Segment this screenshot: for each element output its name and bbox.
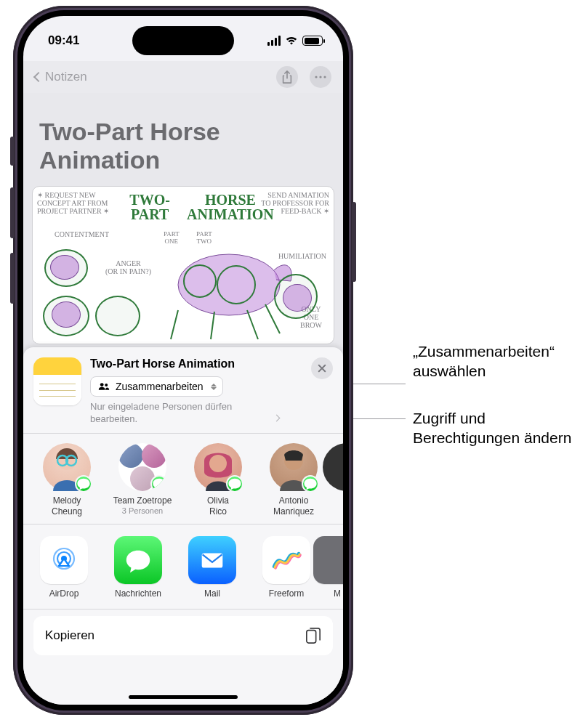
freeform-icon — [262, 536, 310, 584]
copy-action[interactable]: Kopieren — [33, 616, 333, 655]
share-contacts-row[interactable]: Melody Cheung Team Zoetrope 3 Perso — [23, 433, 343, 524]
back-label: Notizen — [45, 70, 87, 84]
avatar — [118, 443, 166, 491]
svg-point-3 — [178, 254, 280, 315]
close-share-sheet-button[interactable] — [311, 357, 333, 379]
dynamic-island — [132, 26, 234, 55]
sketch-label: ANGER (OR IN PAIN?) — [105, 259, 151, 275]
battery-icon — [302, 36, 323, 46]
wifi-icon — [285, 36, 298, 46]
messages-icon — [114, 536, 162, 584]
app-label: AirDrop — [49, 588, 79, 599]
share-apps-row[interactable]: AirDrop Nachrichten Mail — [23, 524, 343, 609]
app-item[interactable]: M — [330, 536, 343, 599]
sketch-label: ✶ REQUEST NEW CONCEPT ART FROM PROJECT P… — [37, 191, 124, 215]
svg-point-2 — [323, 76, 326, 78]
home-indicator[interactable] — [129, 695, 238, 699]
stepper-icon — [211, 384, 217, 390]
contact-name: Olivia Rico — [207, 495, 229, 517]
note-drawing[interactable]: TWO-PART HORSEANIMATION ✶ REQUEST NEW CO… — [32, 186, 334, 344]
contact-name: Melody Cheung — [52, 495, 82, 517]
app-label: Nachrichten — [115, 588, 161, 599]
app-item-mail[interactable]: Mail — [182, 536, 243, 599]
avatar — [43, 443, 91, 491]
contact-item[interactable]: Melody Cheung — [33, 443, 100, 517]
messages-badge-icon — [75, 475, 92, 493]
chevron-back-icon — [33, 72, 44, 82]
app-label: Mail — [204, 588, 220, 599]
notes-navbar: Notizen — [23, 61, 343, 93]
contact-subtitle: 3 Personen — [122, 506, 163, 515]
callout-select-collaborate: „Zusammenarbeiten“ auswählen — [413, 341, 580, 381]
cellular-icon — [267, 36, 281, 46]
avatar — [270, 443, 318, 491]
contact-item[interactable]: Team Zoetrope 3 Personen — [109, 443, 176, 517]
share-button[interactable] — [276, 66, 298, 88]
phone-frame: 09:41 Notizen — [13, 6, 353, 715]
app-item-messages[interactable]: Nachrichten — [108, 536, 169, 599]
share-sheet: Two-Part Horse Animation Zusammenarbeite… — [23, 347, 343, 705]
svg-point-11 — [209, 455, 227, 472]
svg-point-6 — [100, 383, 104, 386]
share-permissions-button[interactable]: Nur eingeladene Personen dürfen bearbeit… — [90, 401, 279, 426]
messages-badge-icon — [226, 475, 243, 493]
copy-icon — [305, 626, 321, 645]
contact-name: Antonio Manriquez — [273, 495, 314, 517]
contact-name: Team Zoetrope — [113, 495, 172, 506]
share-icon — [281, 70, 293, 84]
back-button[interactable]: Notizen — [35, 70, 87, 84]
svg-point-7 — [105, 384, 108, 386]
notes-app-icon — [33, 357, 81, 405]
more-button[interactable] — [310, 66, 331, 88]
svg-point-1 — [319, 76, 321, 78]
close-icon — [318, 364, 326, 373]
contact-item[interactable]: Olivia Rico — [185, 443, 251, 517]
airdrop-icon — [40, 536, 88, 584]
contact-item[interactable]: P — [336, 443, 343, 517]
note-title: Two-Part Horse Animation — [39, 118, 327, 174]
messages-badge-icon — [150, 475, 166, 491]
copy-label: Kopieren — [45, 628, 94, 643]
collab-label: Zusammenarbeiten — [116, 381, 204, 392]
callout-change-permissions: Zugriff und Berechtigungen ändern — [413, 408, 580, 448]
app-label: Freeform — [269, 588, 305, 599]
app-label: M — [334, 588, 341, 599]
ellipsis-icon — [314, 75, 327, 79]
svg-rect-17 — [307, 631, 316, 643]
mail-icon — [188, 536, 236, 584]
app-item-airdrop[interactable]: AirDrop — [33, 536, 94, 599]
share-sheet-title: Two-Part Horse Animation — [90, 357, 333, 370]
sketch-label: SEND ANIMATION TO PROFESSOR FOR FEED-BAC… — [257, 191, 329, 215]
status-time: 09:41 — [48, 33, 79, 48]
svg-rect-16 — [202, 553, 223, 567]
svg-point-0 — [315, 76, 317, 78]
people-icon — [98, 382, 110, 391]
sketch-label: CONTENTMENT — [55, 230, 109, 238]
permissions-text: Nur eingeladene Personen dürfen bearbeit… — [90, 401, 270, 426]
chevron-right-icon — [273, 415, 281, 422]
avatar — [194, 443, 242, 491]
sketch-title: TWO-PART — [129, 193, 170, 222]
collaborate-mode-selector[interactable]: Zusammenarbeiten — [90, 376, 223, 397]
app-item-freeform[interactable]: Freeform — [256, 536, 317, 599]
contact-item[interactable]: Antonio Manriquez — [260, 443, 327, 517]
messages-badge-icon — [302, 475, 319, 493]
